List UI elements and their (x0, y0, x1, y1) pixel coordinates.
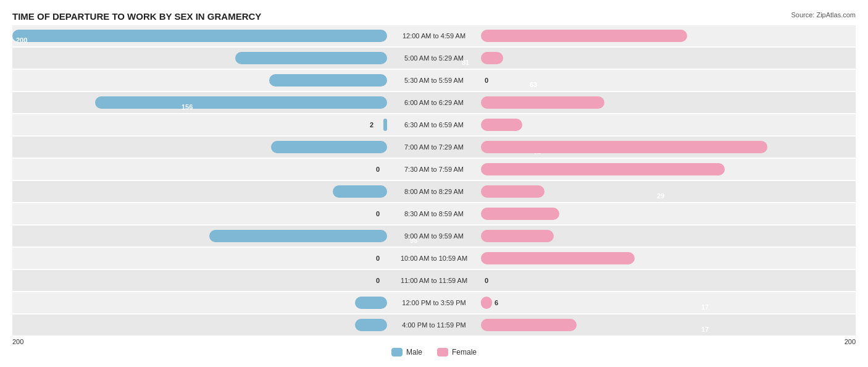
chart-title: TIME OF DEPARTURE TO WORK BY SEX IN GRAM… (12, 11, 856, 22)
time-label: 6:00 AM to 6:29 AM (387, 99, 481, 106)
chart-row: 0011:00 AM to 11:59 AM (12, 270, 856, 291)
male-value: 2 (370, 119, 373, 131)
male-value: 200 (16, 34, 27, 46)
time-label: 10:00 AM to 10:59 AM (387, 255, 481, 262)
rows-wrapper: 20011012:00 AM to 4:59 AM81125:00 AM to … (12, 25, 856, 335)
time-label: 9:00 AM to 9:59 AM (387, 232, 481, 240)
time-label: 4:00 PM to 11:59 PM (387, 321, 481, 329)
male-value: 0 (376, 163, 380, 175)
female-label: Female (452, 348, 477, 356)
legend: Male Female (12, 348, 856, 356)
male-swatch (391, 348, 403, 356)
chart-row: 621537:00 AM to 7:29 AM (12, 137, 856, 158)
male-value: 17 (701, 301, 709, 313)
male-bar: 81 (235, 52, 387, 64)
chart-row: 2226:30 AM to 6:59 AM (12, 114, 856, 135)
female-bar: 34 (481, 185, 545, 198)
male-bar: 17 (355, 319, 387, 331)
male-label: Male (406, 348, 422, 356)
male-value: 0 (376, 252, 380, 264)
female-bar: 42 (481, 208, 559, 220)
male-value: 0 (376, 208, 380, 220)
male-value: 63 (530, 78, 537, 91)
axis-bottom: 200 200 (12, 338, 856, 345)
time-label: 12:00 PM to 3:59 PM (387, 299, 481, 306)
chart-row: 0428:30 AM to 8:59 AM (12, 203, 856, 224)
axis-left-label: 200 (12, 338, 23, 345)
chart-row: 156666:00 AM to 6:29 AM (12, 92, 856, 113)
chart-row: 81125:00 AM to 5:29 AM (12, 48, 856, 69)
male-bar (383, 119, 387, 131)
male-value: 95 (410, 234, 417, 247)
male-bar: 29 (333, 185, 387, 198)
chart-row: 01307:30 AM to 7:59 AM (12, 159, 856, 180)
legend-female: Female (437, 348, 477, 356)
female-bar: 39 (481, 230, 554, 242)
legend-male: Male (391, 348, 422, 356)
chart-container: TIME OF DEPARTURE TO WORK BY SEX IN GRAM… (0, 0, 868, 367)
time-label: 8:00 AM to 8:29 AM (387, 188, 481, 195)
chart-row: 29348:00 AM to 8:29 AM (12, 181, 856, 202)
male-bar: 95 (209, 230, 387, 242)
male-bar: 156 (95, 96, 387, 109)
axis-right-label: 200 (845, 338, 856, 345)
female-bar: 12 (481, 52, 503, 64)
male-bar: 62 (271, 141, 387, 153)
male-bar: 17 (355, 297, 387, 309)
female-bar: 51 (481, 319, 577, 331)
female-bar: 153 (481, 141, 767, 153)
time-label: 12:00 AM to 4:59 AM (387, 32, 481, 40)
chart-row: 17514:00 PM to 11:59 PM (12, 314, 856, 335)
chart-row: 20011012:00 AM to 4:59 AM (12, 25, 856, 46)
time-label: 7:00 AM to 7:29 AM (387, 143, 481, 151)
female-value: 0 (485, 74, 488, 86)
female-bar: 66 (481, 96, 604, 109)
female-bar (481, 297, 492, 309)
female-value: 0 (485, 274, 488, 287)
time-label: 11:00 AM to 11:59 AM (387, 277, 481, 284)
chart-row: 0635:30 AM to 5:59 AM (12, 70, 856, 91)
male-bar: 200 (12, 30, 387, 42)
chart-row: 61712:00 PM to 3:59 PM (12, 292, 856, 313)
source-text: Source: ZipAtlas.com (791, 11, 856, 19)
female-value: 6 (495, 297, 498, 309)
chart-row: 08210:00 AM to 10:59 AM (12, 248, 856, 269)
female-bar: 130 (481, 163, 725, 175)
female-bar: 22 (481, 119, 522, 131)
male-bar: 63 (269, 74, 387, 86)
male-value: 17 (701, 323, 709, 335)
time-label: 6:30 AM to 6:59 AM (387, 121, 481, 129)
female-bar: 82 (481, 252, 635, 264)
time-label: 7:30 AM to 7:59 AM (387, 166, 481, 173)
chart-row: 95399:00 AM to 9:59 AM (12, 226, 856, 247)
time-label: 8:30 AM to 8:59 AM (387, 210, 481, 217)
male-value: 81 (462, 56, 469, 69)
male-value: 29 (657, 190, 664, 202)
male-value: 0 (376, 274, 380, 287)
female-bar: 110 (481, 30, 687, 42)
male-value: 156 (182, 101, 193, 113)
female-swatch (437, 348, 448, 356)
time-label: 5:30 AM to 5:59 AM (387, 77, 481, 84)
